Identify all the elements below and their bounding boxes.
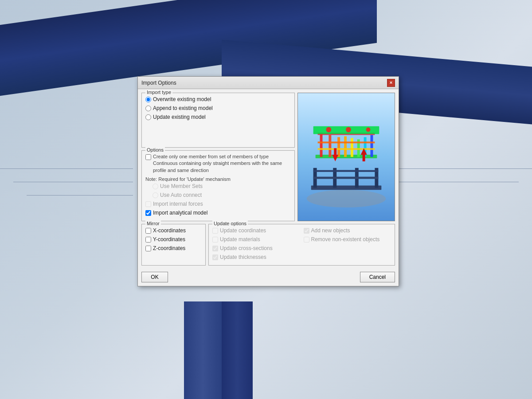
import-options-dialog: Import Options × Import type Overwrite e… <box>137 76 399 286</box>
svg-point-24 <box>346 127 351 133</box>
add-new-objects-checkbox <box>304 228 309 234</box>
mirror-group: Mirror X-coordinates Y-coordinates Z-coo… <box>141 224 206 266</box>
update-col-2: Add new objects Remove non-existent obje… <box>304 226 391 262</box>
remove-nonexistent-checkbox <box>304 237 309 243</box>
radio-update-input[interactable] <box>145 114 151 120</box>
update-options-group: Update options Update coordinates Update… <box>208 224 395 266</box>
mirror-legend: Mirror <box>145 221 161 226</box>
dialog-content: Import type Overwrite existing model App… <box>138 89 399 269</box>
radio-auto-connect: Use Auto connect <box>153 191 291 200</box>
mirror-x-checkbox[interactable] <box>145 228 151 234</box>
update-cross-sections-label: Update cross-sections <box>220 245 273 251</box>
dialog-top-section: Import type Overwrite existing model App… <box>141 93 395 221</box>
radio-member-sets-label: Use Member Sets <box>160 183 203 189</box>
preview-image <box>297 93 395 221</box>
close-button[interactable]: × <box>387 79 395 87</box>
update-coordinates-row: Update coordinates <box>212 226 300 235</box>
cancel-button[interactable]: Cancel <box>360 272 395 282</box>
sub-radios-group: Use Member Sets Use Auto connect <box>145 182 291 200</box>
import-analytical-model-label: Import analytical model <box>153 210 207 216</box>
update-thicknesses-row: Update thicknesses <box>212 253 300 262</box>
svg-rect-2 <box>311 185 382 190</box>
svg-rect-15 <box>351 138 353 157</box>
svg-point-1 <box>307 190 386 207</box>
radio-overwrite[interactable]: Overwrite existing model <box>145 95 291 104</box>
radio-auto-connect-label: Use Auto connect <box>160 192 202 198</box>
add-new-objects-row: Add new objects <box>304 226 391 235</box>
dialog-title: Import Options <box>141 80 176 86</box>
svg-rect-18 <box>371 135 373 157</box>
svg-rect-9 <box>335 170 355 172</box>
radio-append[interactable]: Append to existing model <box>145 104 291 113</box>
continuous-member-label: Create only one member from set of membe… <box>153 153 291 174</box>
import-type-group: Import type Overwrite existing model App… <box>141 93 295 148</box>
update-materials-label: Update materials <box>220 236 260 243</box>
update-options-inner: Update coordinates Update materials Upda… <box>212 226 391 262</box>
svg-rect-20 <box>318 141 375 143</box>
add-new-objects-label: Add new objects <box>311 227 350 234</box>
import-internal-forces-checkbox <box>145 201 151 207</box>
dialog-bottom-section: Mirror X-coordinates Y-coordinates Z-coo… <box>141 224 395 266</box>
continuous-member-checkbox[interactable] <box>145 154 151 160</box>
update-thicknesses-label: Update thicknesses <box>220 254 266 260</box>
preview-svg <box>298 93 395 221</box>
mirror-x-row[interactable]: X-coordinates <box>145 226 202 235</box>
mirror-y-row[interactable]: Y-coordinates <box>145 235 202 244</box>
mirror-x-label: X-coordinates <box>153 227 186 234</box>
mirror-z-label: Z-coordinates <box>153 245 185 251</box>
dialog-titlebar: Import Options × <box>138 77 399 89</box>
update-materials-checkbox <box>212 237 218 243</box>
update-materials-row: Update materials <box>212 235 300 244</box>
update-options-legend: Update options <box>212 221 248 226</box>
update-thicknesses-checkbox <box>212 254 218 260</box>
options-legend: Options <box>145 147 165 153</box>
remove-nonexistent-row: Remove non-existent objects <box>304 235 391 244</box>
options-group: Options Create only one member from set … <box>141 150 295 221</box>
dialog-footer: OK Cancel <box>138 269 399 286</box>
radio-update-label: Update existing model <box>153 114 206 120</box>
update-coordinates-checkbox <box>212 228 218 234</box>
mirror-y-label: Y-coordinates <box>153 236 185 243</box>
svg-rect-14 <box>344 136 347 157</box>
remove-nonexistent-label: Remove non-existent objects <box>311 236 380 243</box>
ok-button[interactable]: OK <box>141 272 168 282</box>
mirror-z-checkbox[interactable] <box>145 246 151 251</box>
mirror-z-row[interactable]: Z-coordinates <box>145 244 202 253</box>
radio-member-sets: Use Member Sets <box>153 182 291 191</box>
radio-append-label: Append to existing model <box>153 105 213 111</box>
update-note: Note: Required for 'Update' mechanism <box>145 176 291 182</box>
svg-rect-13 <box>337 137 340 157</box>
svg-rect-12 <box>329 135 331 157</box>
update-col-1: Update coordinates Update materials Upda… <box>212 226 300 262</box>
svg-rect-11 <box>320 133 323 157</box>
import-analytical-model-row[interactable]: Import analytical model <box>145 208 291 217</box>
mirror-y-checkbox[interactable] <box>145 237 151 243</box>
radio-append-input[interactable] <box>145 106 151 111</box>
import-internal-forces-label: Import internal forces <box>153 201 203 207</box>
import-analytical-model-checkbox[interactable] <box>145 210 151 216</box>
radio-update[interactable]: Update existing model <box>145 113 291 121</box>
update-cross-sections-checkbox <box>212 246 218 251</box>
svg-point-23 <box>326 127 331 133</box>
radio-overwrite-label: Overwrite existing model <box>153 96 211 102</box>
radio-auto-connect-input <box>153 192 158 198</box>
update-cross-sections-row: Update cross-sections <box>212 244 300 253</box>
radio-member-sets-input <box>153 184 158 189</box>
update-coordinates-label: Update coordinates <box>220 227 266 234</box>
svg-rect-7 <box>313 177 379 179</box>
svg-point-25 <box>366 128 371 132</box>
radio-overwrite-input[interactable] <box>145 97 151 102</box>
import-internal-forces-row: Import internal forces <box>145 200 291 208</box>
import-type-legend: Import type <box>145 90 172 95</box>
svg-rect-21 <box>318 148 375 150</box>
